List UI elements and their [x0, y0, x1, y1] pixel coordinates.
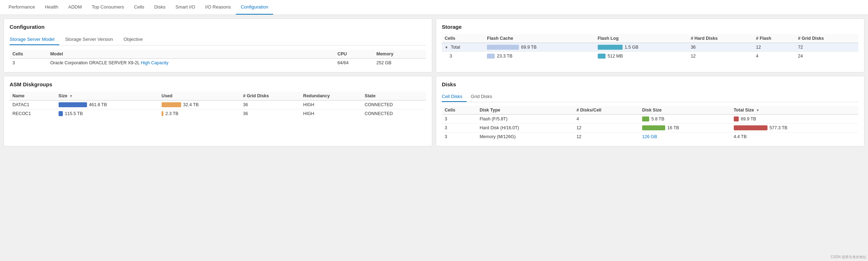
disks-flash-total: 69.9 TB — [731, 115, 858, 124]
recoc1-size-bar — [59, 111, 63, 116]
asm-row-recoc1: RECOC1 115.5 TB 2.3 TB 36 — [10, 109, 426, 118]
datac1-size-bar — [59, 102, 87, 107]
main-content: Configuration Storage Server Model Stora… — [0, 15, 868, 150]
storage-detail-flash: 4 — [753, 52, 795, 61]
nav-health[interactable]: Health — [40, 0, 63, 15]
asm-recoc1-name: RECOC1 — [10, 109, 56, 118]
asm-datac1-name: DATAC1 — [10, 100, 56, 109]
disks-memory-per-cell: 12 — [574, 132, 639, 141]
sort-total-size-icon[interactable]: ▼ — [756, 108, 760, 112]
sort-size-icon[interactable]: ▼ — [69, 94, 73, 98]
storage-col-cells: Cells — [442, 34, 484, 43]
storage-total-flash-log: 1.5 GB — [595, 43, 688, 52]
disks-memory-cells: 3 — [442, 132, 477, 141]
disks-flash-cells: 3 — [442, 115, 477, 124]
disks-col-disk-size: Disk Size — [639, 106, 731, 115]
storage-detail-flash-cache: 23.3 TB — [484, 52, 595, 61]
expand-icon[interactable]: ▼ — [445, 45, 448, 49]
disks-row-flash: 3 Flash (F/5.8T) 4 5.8 TB 69.9 TB — [442, 115, 858, 124]
tab-objective[interactable]: Objective — [124, 34, 148, 45]
flash-total-size-bar — [734, 116, 739, 121]
detail-flash-log-bar-container: 512 MB — [598, 54, 685, 59]
storage-col-flash-log: Flash Log — [595, 34, 688, 43]
disks-col-total-size: Total Size ▼ — [731, 106, 858, 115]
disks-col-disks-per-cell: # Disks/Cell — [574, 106, 639, 115]
disks-hdd-size: 16 TB — [639, 124, 731, 132]
disks-col-cells: Cells — [442, 106, 477, 115]
hdd-total-size-bar-container: 577.3 TB — [734, 125, 856, 130]
disks-hdd-per-cell: 12 — [574, 124, 639, 132]
asm-datac1-grid-disks: 36 — [240, 100, 300, 109]
asm-datac1-state: CONNECTED — [362, 100, 426, 109]
storage-total-grid-disks: 72 — [795, 43, 858, 52]
flash-log-bar — [598, 45, 623, 50]
disks-row-hdd: 3 Hard Disk (H/16.0T) 12 16 TB 577.3 TB — [442, 124, 858, 132]
nav-disks[interactable]: Disks — [149, 0, 170, 15]
memory-size-link[interactable]: 126 GB — [642, 134, 657, 139]
recoc1-size-bar-container: 115.5 TB — [59, 111, 156, 116]
asm-diskgroups-panel: ASM Diskgroups Name Size ▼ Used # Grid D… — [4, 76, 432, 146]
storage-total-cells: ▼ Total — [442, 43, 484, 52]
storage-col-grid-disks: # Grid Disks — [795, 34, 858, 43]
asm-col-grid-disks: # Grid Disks — [240, 92, 300, 100]
flash-cache-bar-container: 69.9 TB — [487, 45, 592, 50]
recoc1-used-bar — [162, 111, 163, 116]
nav-addm[interactable]: ADDM — [63, 0, 87, 15]
storage-detail-cells: 3 — [442, 52, 484, 61]
config-cells-val: 3 — [10, 59, 47, 67]
storage-total-flash-cache: 69.9 TB — [484, 43, 595, 52]
tab-cell-disks[interactable]: Cell Disks — [442, 92, 467, 102]
storage-panel: Storage Cells Flash Cache Flash Log # Ha… — [436, 18, 864, 72]
storage-detail-flash-log: 512 MB — [595, 52, 688, 61]
disks-memory-total: 4.4 TB — [731, 132, 858, 141]
asm-datac1-used: 32.4 TB — [159, 100, 240, 109]
recoc1-used-bar-container: 2.3 TB — [162, 111, 237, 116]
tab-storage-server-version[interactable]: Storage Server Version — [65, 34, 118, 45]
disks-flash-type: Flash (F/5.8T) — [477, 115, 574, 124]
tab-grid-disks[interactable]: Grid Disks — [471, 92, 497, 102]
asm-col-used: Used — [159, 92, 240, 100]
disks-memory-size: 126 GB — [639, 132, 731, 141]
nav-cells[interactable]: Cells — [129, 0, 149, 15]
storage-col-hard-disks: # Hard Disks — [688, 34, 753, 43]
col-cpu: CPU — [335, 50, 374, 59]
config-model-suffix[interactable]: High Capacity — [141, 60, 168, 65]
hdd-total-size-bar — [734, 125, 767, 130]
config-table: Cells Model CPU Memory 3 Oracle Corporat… — [10, 50, 426, 67]
asm-recoc1-redundancy: HIGH — [300, 109, 362, 118]
disks-hdd-type: Hard Disk (H/16.0T) — [477, 124, 574, 132]
asm-col-name: Name — [10, 92, 56, 100]
disks-table: Cells Disk Type # Disks/Cell Disk Size T… — [442, 106, 858, 141]
nav-io-reasons[interactable]: I/O Reasons — [200, 0, 236, 15]
asm-datac1-redundancy: HIGH — [300, 100, 362, 109]
nav-top-consumers[interactable]: Top Consumers — [87, 0, 129, 15]
config-row: 3 Oracle Corporation ORACLE SERVER X9-2L… — [10, 59, 426, 67]
asm-col-size: Size ▼ — [56, 92, 159, 100]
tab-storage-server-model[interactable]: Storage Server Model — [10, 34, 59, 45]
col-memory: Memory — [374, 50, 426, 59]
col-cells: Cells — [10, 50, 47, 59]
storage-total-flash: 12 — [753, 43, 795, 52]
disks-row-memory: 3 Memory (M/126G) 12 126 GB 4.4 TB — [442, 132, 858, 141]
asm-datac1-size: 461.8 TB — [56, 100, 159, 109]
datac1-used-bar — [162, 102, 181, 107]
config-panel-title: Configuration — [10, 24, 426, 30]
flash-log-bar-container: 1.5 GB — [598, 45, 685, 50]
config-tabs: Storage Server Model Storage Server Vers… — [10, 34, 426, 45]
asm-panel-title: ASM Diskgroups — [10, 81, 426, 87]
disks-panel-title: Disks — [442, 81, 858, 87]
nav-configuration[interactable]: Configuration — [236, 0, 273, 15]
storage-total-hard-disks: 36 — [688, 43, 753, 52]
detail-flash-log-bar — [598, 54, 606, 59]
nav-performance[interactable]: Performance — [4, 0, 40, 15]
flash-cache-bar — [487, 45, 519, 50]
nav-smart-io[interactable]: Smart I/O — [170, 0, 200, 15]
disks-hdd-total: 577.3 TB — [731, 124, 858, 132]
disks-hdd-cells: 3 — [442, 124, 477, 132]
disks-col-disk-type: Disk Type — [477, 106, 574, 115]
asm-table: Name Size ▼ Used # Grid Disks Redundancy… — [10, 92, 426, 118]
asm-col-state: State — [362, 92, 426, 100]
asm-col-redundancy: Redundancy — [300, 92, 362, 100]
datac1-size-bar-container: 461.8 TB — [59, 102, 156, 107]
col-model: Model — [47, 50, 335, 59]
